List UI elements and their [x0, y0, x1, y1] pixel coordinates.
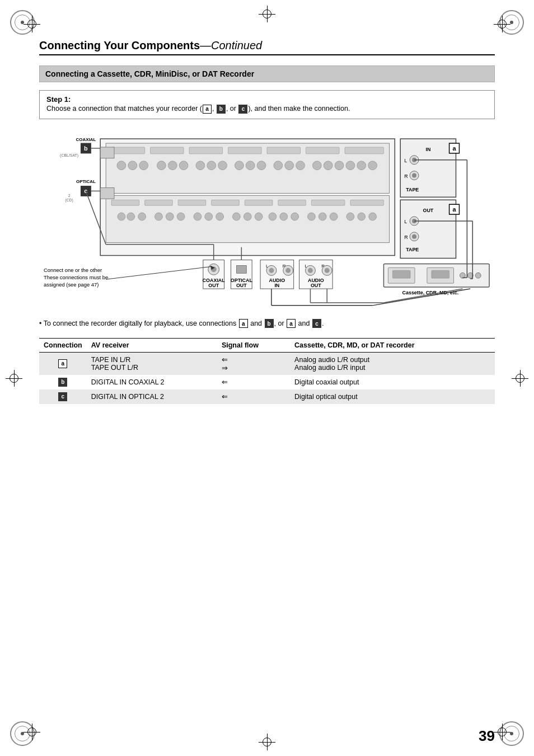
step-text: Choose a connection that matches your re… [46, 104, 488, 114]
svg-point-12 [157, 161, 166, 170]
svg-point-11 [139, 161, 148, 170]
table-row: b DIGITAL IN COAXIAL 2 ⇐ Digital coaxial… [39, 375, 495, 389]
svg-text:OUT: OUT [236, 283, 247, 288]
svg-rect-3 [151, 147, 184, 154]
svg-point-16 [207, 161, 216, 170]
page-number: 39 [479, 727, 495, 745]
svg-rect-124 [392, 270, 410, 278]
page-title: Connecting Your Components—Continued [39, 39, 495, 55]
step-box: Step 1: Choose a connection that matches… [39, 90, 495, 119]
row-b-flow: ⇐ [217, 375, 290, 389]
svg-point-51 [269, 213, 277, 220]
row-c-flow: ⇐ [217, 389, 290, 404]
svg-text:IN: IN [425, 147, 430, 152]
svg-text:L: L [404, 158, 407, 163]
svg-point-119 [325, 268, 330, 273]
badge-a-step: a [203, 105, 212, 114]
bullet-line: • To connect the recorder digitally for … [39, 318, 495, 329]
reg-mark-br [494, 724, 510, 740]
badge-c-step: c [238, 105, 247, 114]
row-a-cassette: Analog audio L/R outputAnalog audio L/R … [290, 352, 495, 375]
row-a-receiver: TAPE IN L/RTAPE OUT L/R [87, 352, 217, 375]
table-row: a TAPE IN L/RTAPE OUT L/R ⇐⇒ Analog audi… [39, 352, 495, 375]
section-header: Connecting a Cassette, CDR, MiniDisc, or… [39, 65, 495, 82]
svg-point-20 [257, 161, 266, 170]
svg-text:b: b [84, 145, 88, 152]
bullet-badge-a2: a [287, 319, 296, 328]
svg-rect-2 [111, 147, 145, 154]
svg-rect-36 [278, 200, 306, 205]
svg-text:OUT: OUT [423, 208, 433, 213]
svg-rect-34 [212, 200, 240, 205]
svg-text:TAPE: TAPE [406, 246, 419, 252]
reg-mark-tr [494, 16, 510, 32]
svg-point-59 [369, 213, 377, 220]
svg-text:assigned (see page 47): assigned (see page 47) [44, 281, 99, 288]
row-c-receiver: DIGITAL IN OPTICAL 2 [87, 389, 217, 404]
svg-point-14 [179, 161, 188, 170]
svg-point-56 [330, 213, 338, 220]
svg-point-27 [346, 161, 355, 170]
reg-mark-bm [259, 734, 275, 750]
svg-point-9 [117, 161, 126, 170]
svg-rect-31 [111, 200, 139, 205]
bullet-badge-c1: c [312, 319, 321, 328]
svg-text:COAXIAL: COAXIAL [76, 137, 96, 142]
svg-point-49 [243, 213, 251, 220]
svg-text:IN: IN [274, 283, 279, 288]
main-content: Connecting Your Components—Continued Con… [39, 39, 495, 717]
svg-point-54 [307, 213, 315, 220]
col-header-receiver: AV receiver [87, 338, 217, 352]
svg-rect-33 [178, 200, 206, 205]
svg-point-13 [168, 161, 177, 170]
connection-table: Connection AV receiver Signal flow Casse… [39, 338, 495, 404]
bullet-badge-a1: a [239, 319, 248, 328]
svg-point-39 [118, 213, 125, 220]
reg-mark-mr [512, 370, 528, 387]
row-b-badge: b [39, 375, 87, 389]
table-row: c DIGITAL IN OPTICAL 2 ⇐ Digital optical… [39, 389, 495, 404]
svg-point-129 [475, 273, 481, 278]
svg-rect-4 [189, 147, 223, 154]
reg-mark-tm [259, 6, 275, 22]
svg-point-69 [412, 173, 416, 177]
svg-point-52 [280, 213, 288, 220]
svg-line-151 [106, 266, 212, 279]
svg-point-18 [235, 161, 243, 170]
svg-text:R: R [404, 173, 408, 179]
svg-text:These connections must be: These connections must be [44, 274, 108, 280]
svg-point-45 [194, 213, 202, 220]
reg-mark-bl [24, 724, 40, 740]
col-header-flow: Signal flow [217, 338, 290, 352]
svg-text:OPTICAL: OPTICAL [76, 179, 96, 184]
svg-text:(CBL/SAT): (CBL/SAT) [60, 153, 78, 158]
svg-point-41 [138, 213, 146, 220]
svg-point-48 [232, 213, 240, 220]
svg-point-116 [308, 268, 313, 273]
svg-point-107 [269, 268, 274, 273]
svg-text:L: L [404, 219, 407, 224]
svg-point-53 [291, 213, 299, 220]
svg-point-46 [205, 213, 213, 220]
row-c-badge: c [39, 389, 87, 404]
svg-point-58 [358, 213, 366, 220]
svg-text:OUT: OUT [208, 283, 219, 288]
row-c-cassette: Digital optical output [290, 389, 495, 404]
svg-point-24 [312, 161, 321, 170]
svg-point-40 [127, 213, 135, 220]
row-b-receiver: DIGITAL IN COAXIAL 2 [87, 375, 217, 389]
svg-text:Connect one or the other: Connect one or the other [44, 267, 102, 273]
svg-point-22 [285, 161, 294, 170]
step-label: Step 1: [46, 95, 488, 104]
bullet-badge-b1: b [265, 319, 274, 328]
svg-text:a: a [452, 145, 456, 152]
reg-mark-tl [24, 16, 40, 32]
svg-rect-32 [145, 200, 173, 205]
svg-rect-5 [228, 147, 262, 154]
svg-rect-37 [311, 200, 345, 205]
svg-rect-90 [100, 187, 114, 199]
svg-rect-6 [267, 147, 301, 154]
svg-point-80 [412, 234, 416, 239]
col-header-cassette: Cassette, CDR, MD, or DAT recorder [290, 338, 495, 352]
svg-rect-85 [100, 147, 114, 158]
